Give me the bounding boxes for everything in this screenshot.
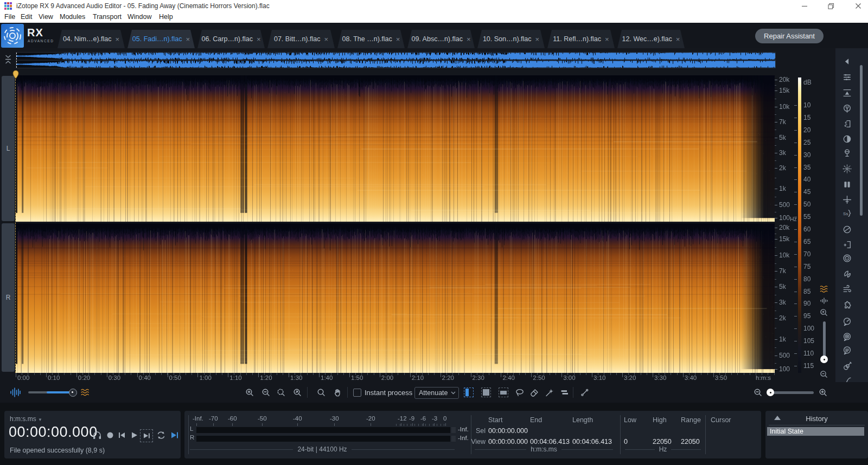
file-tab-11[interactable]: 11. Refl…n).flac× [547,30,615,48]
spectrogram-blend-icon[interactable] [79,386,91,398]
close-button[interactable] [846,0,868,12]
frequency-selection-tool[interactable] [499,388,508,397]
history-item[interactable]: Initial State [767,427,864,436]
sprout-circle-icon[interactable] [842,104,853,114]
zoom-selection-button[interactable] [275,386,287,398]
tab-close-icon[interactable]: × [605,35,609,43]
menu-help[interactable]: Help [159,13,173,21]
timeline-ruler[interactable]: h:m:s 0:000:100:200:300:400:501:001:101:… [16,373,775,382]
spectrogram-waveform-blend-icon[interactable] [819,285,829,295]
monitor-button[interactable] [91,429,103,441]
tab-close-icon[interactable]: × [257,35,261,43]
menu-window[interactable]: Window [127,13,151,21]
twin-bars-icon[interactable] [842,179,853,190]
sel-start-value[interactable]: 00:00:00.000 [488,427,528,435]
zoom-out-button[interactable] [260,386,272,398]
text-bubble-icon[interactable] [842,345,853,356]
repair-assistant-button[interactable]: Repair Assistant [755,29,824,43]
ss-page-icon[interactable]: Ss [842,208,853,219]
sparkle-icon[interactable] [842,164,853,175]
guitar-icon[interactable] [842,361,853,372]
harmonic-selection-tool[interactable] [558,386,570,398]
view-range-value[interactable]: 22050 [681,438,700,445]
view-start-value[interactable]: 00:00:00.000 [488,438,528,445]
slash-circle-icon[interactable] [842,224,853,235]
playhead-marker[interactable] [12,70,20,79]
magnifier-tool[interactable] [315,386,327,398]
waveform-overview-toggle-icon[interactable] [9,386,21,398]
view-length-value[interactable]: 00:04:06.413 [572,438,612,445]
file-tab-10[interactable]: 10. Son…n).flac× [477,30,545,48]
file-tab-9[interactable]: 09. Absc…n).flac× [407,30,475,48]
time-frequency-selection-tool[interactable] [481,388,491,397]
file-tab-12[interactable]: 12. Wec…e).flac× [617,30,685,48]
h-zoom-out-button[interactable] [752,386,764,398]
menu-view[interactable]: View [39,13,53,21]
waveform-view-icon[interactable] [820,297,828,307]
leaves-icon[interactable] [842,269,853,280]
process-mode-dropdown[interactable]: Attenuate [414,387,459,399]
h-zoom-slider-track[interactable] [769,391,814,394]
tab-close-icon[interactable]: × [396,35,400,43]
back-arrow-icon[interactable] [842,56,853,67]
minimize-button[interactable] [793,0,816,12]
waveform-overview[interactable] [16,52,776,68]
go-to-end-button[interactable] [169,429,181,441]
wind-icon[interactable] [842,284,853,295]
file-tab-8[interactable]: 08. The …n).flac× [337,30,405,48]
zoom-in-button[interactable] [244,386,256,398]
brush-selection-tool[interactable] [528,386,540,398]
vertical-zoom-out-button[interactable] [819,370,829,382]
play-selection-button[interactable] [140,429,153,442]
wind-page-icon[interactable] [842,119,853,130]
view-high-value[interactable]: 22050 [653,438,672,445]
sample-edit-tool[interactable] [579,386,591,398]
sidebar-scrollbar[interactable] [860,65,863,216]
puzzle-icon[interactable] [842,300,853,311]
magic-wand-tool[interactable] [544,386,556,398]
menu-modules[interactable]: Modules [60,13,85,21]
time-display[interactable]: 00:00:00.000 [9,424,98,441]
file-tab-6[interactable]: 06. Carp…n).flac× [197,30,265,48]
file-tab-4[interactable]: 04. Nim…e).flac× [58,30,125,48]
spectrogram-left-channel[interactable] [16,75,775,222]
view-low-value[interactable]: 0 [624,438,628,445]
spiral-bubble-icon[interactable] [842,332,853,343]
channel-strip-left[interactable]: L [2,76,15,221]
instant-process-checkbox[interactable] [353,389,361,397]
tab-close-icon[interactable]: × [116,35,120,43]
channel-strip-right[interactable]: R [2,223,15,372]
half-circle-icon[interactable] [842,134,853,145]
tab-close-icon[interactable]: × [676,35,680,43]
tab-close-icon[interactable]: × [535,35,540,43]
zoom-fit-button[interactable] [291,386,303,398]
record-button[interactable] [104,429,116,441]
spectrogram-right-channel[interactable] [16,223,775,373]
peak-triangle-icon[interactable] [842,88,853,99]
menu-edit[interactable]: Edit [21,13,33,21]
loop-button[interactable] [155,429,167,441]
target-rings-icon[interactable] [842,253,853,264]
menu-transport[interactable]: Transport [93,13,122,21]
play-button[interactable] [128,429,140,441]
h-zoom-in-button[interactable] [817,386,829,398]
vertical-zoom-in-button[interactable] [819,308,829,320]
overview-collapse-control[interactable] [4,54,12,65]
restore-button[interactable] [819,0,843,12]
view-end-value[interactable]: 00:04:06.413 [530,438,570,445]
microphone-icon[interactable] [842,148,853,159]
dial-bubble-icon[interactable] [842,317,853,327]
tab-close-icon[interactable]: × [467,35,471,43]
skip-to-start-button[interactable] [116,429,128,441]
time-selection-tool[interactable] [464,388,474,397]
crosshair-icon[interactable] [842,195,853,205]
tab-close-icon[interactable]: × [324,35,328,43]
file-tab-5[interactable]: 05. Fadi…n).flac× [127,30,195,48]
spark-page-icon[interactable] [842,240,853,250]
settings-list-icon[interactable] [842,72,853,83]
tab-close-icon[interactable]: × [186,35,190,43]
lasso-selection-tool[interactable] [514,386,526,398]
menu-file[interactable]: File [4,13,15,21]
file-tab-7[interactable]: 07. Bitt…n).flac× [267,30,335,48]
time-format-selector[interactable]: h:m:s.ms ▼ [10,415,42,423]
